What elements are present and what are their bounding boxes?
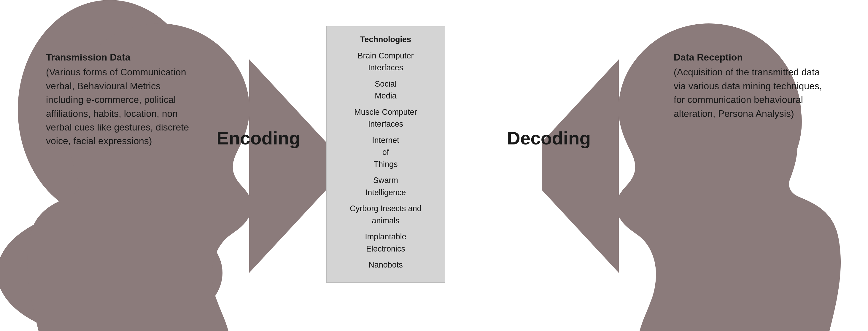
right-head-path: [616, 24, 841, 331]
left-funnel: [249, 59, 326, 273]
diagram-svg: [0, 0, 868, 331]
diagram-container: Transmission Data (Various forms of Comm…: [0, 0, 868, 331]
right-funnel: [542, 59, 619, 273]
